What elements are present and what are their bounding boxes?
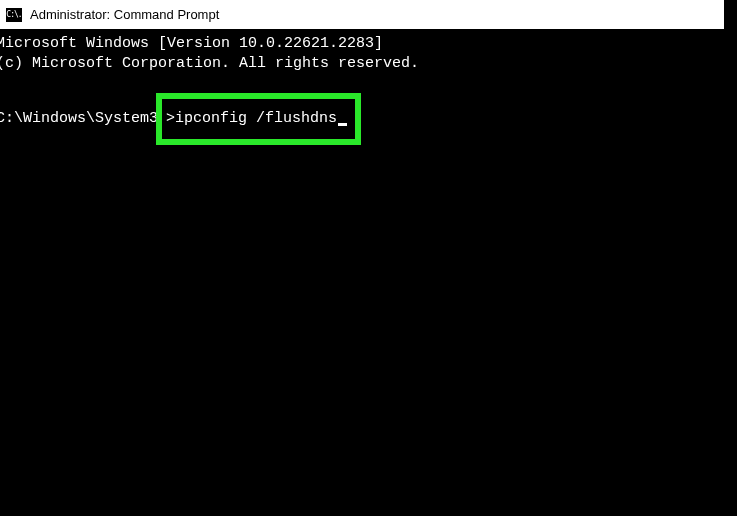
window-titlebar[interactable]: C:\. Administrator: Command Prompt [0,0,724,30]
command-input[interactable]: ipconfig /flushdns [175,109,337,129]
prompt-path: C:\Windows\System3 [0,109,158,129]
prompt-char: > [166,109,175,129]
titlebar-right-edge [724,0,737,30]
window-title: Administrator: Command Prompt [30,7,219,22]
cmd-icon: C:\. [6,8,22,22]
terminal-prompt-row: C:\Windows\System3 > ipconfig /flushdns [0,93,737,145]
command-highlight-box: > ipconfig /flushdns [156,93,361,145]
cursor-icon [338,123,347,126]
terminal-output-line: (c) Microsoft Corporation. All rights re… [0,54,737,74]
terminal-area[interactable]: Microsoft Windows [Version 10.0.22621.22… [0,30,737,145]
terminal-output-line: Microsoft Windows [Version 10.0.22621.22… [0,34,737,54]
